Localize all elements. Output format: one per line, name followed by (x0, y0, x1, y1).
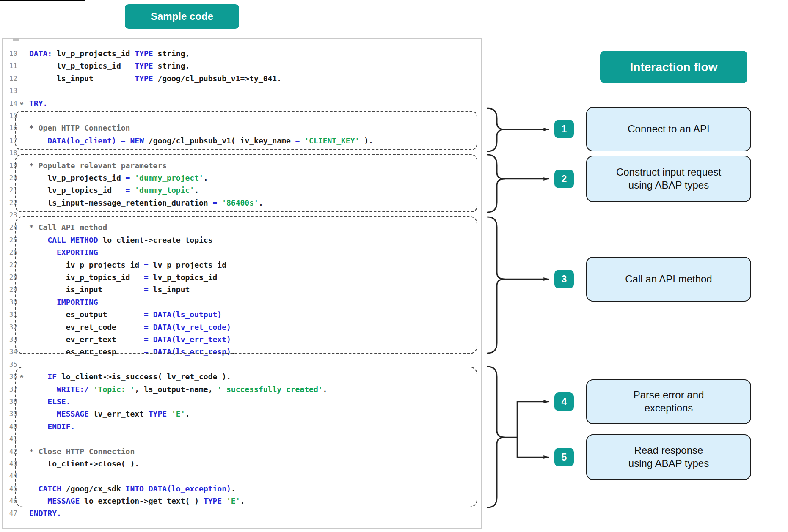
flow-step-box-2: Construct input request using ABAP types (586, 156, 751, 202)
flow-step-box-4: Parse error and exceptions (586, 379, 751, 424)
brace-step-1 (488, 108, 504, 151)
line-number: 14 (3, 97, 17, 110)
code-highlight-box-1 (15, 111, 477, 150)
top-left-rule (0, 0, 85, 1)
fold-spacer (17, 72, 26, 85)
step-badge-5: 5 (554, 448, 574, 466)
code-line: 10DATA: lv_p_projects_id TYPE string, (3, 47, 481, 60)
step-badge-1: 1 (554, 120, 574, 138)
line-number: 12 (3, 72, 17, 85)
code-line: 47ENDTRY. (3, 507, 481, 519)
code-highlight-box-4 (15, 367, 477, 507)
line-number: 18 (3, 147, 17, 159)
code-text: TRY. (26, 97, 47, 110)
fold-spacer (17, 60, 26, 72)
code-highlight-box-3 (15, 216, 477, 354)
brace-step-2 (488, 155, 504, 212)
flow-step-box-1: Connect to an API (586, 107, 751, 151)
code-text: ls_input TYPE /goog/cl_pubsub_v1=>ty_041… (26, 72, 281, 85)
code-line: 11 lv_p_topics_id TYPE string, (3, 60, 481, 72)
code-line: 14⊖TRY. (3, 97, 481, 110)
step-badge-4: 4 (554, 392, 574, 411)
arrow-stem-4-5 (504, 402, 517, 457)
code-text: lv_p_topics_id TYPE string, (26, 60, 190, 72)
code-text: DATA: lv_p_projects_id TYPE string, (26, 47, 190, 60)
flow-step-box-5: Read response using ABAP types (586, 434, 751, 480)
step-badge-2: 2 (554, 170, 574, 188)
line-number: 47 (3, 507, 17, 519)
code-line: 13 (3, 85, 481, 97)
line-number: 13 (3, 85, 17, 97)
line-number: 35 (3, 358, 17, 370)
code-text: ENDTRY. (26, 507, 61, 519)
code-highlight-box-2 (15, 154, 477, 212)
fold-spacer (17, 47, 26, 60)
fold-collapse-icon: ⊖ (17, 97, 26, 110)
code-line: 12 ls_input TYPE /goog/cl_pubsub_v1=>ty_… (3, 72, 481, 85)
fold-spacer (17, 507, 26, 519)
step-badge-3: 3 (554, 270, 574, 288)
line-number: 11 (3, 60, 17, 72)
interaction-flow-label: Interaction flow (600, 51, 747, 83)
brace-step-3 (488, 217, 504, 353)
flow-step-box-3: Call an API method (586, 257, 751, 302)
code-text (26, 85, 29, 97)
sample-code-label: Sample code (125, 4, 239, 29)
gutter-top-tick (13, 38, 19, 41)
brace-step-4-5 (488, 367, 504, 507)
line-number: 23 (3, 209, 17, 221)
line-number: 10 (3, 47, 17, 60)
diagram-page: Sample code Interaction flow 10DATA: lv_… (0, 0, 788, 532)
fold-spacer (17, 85, 26, 97)
